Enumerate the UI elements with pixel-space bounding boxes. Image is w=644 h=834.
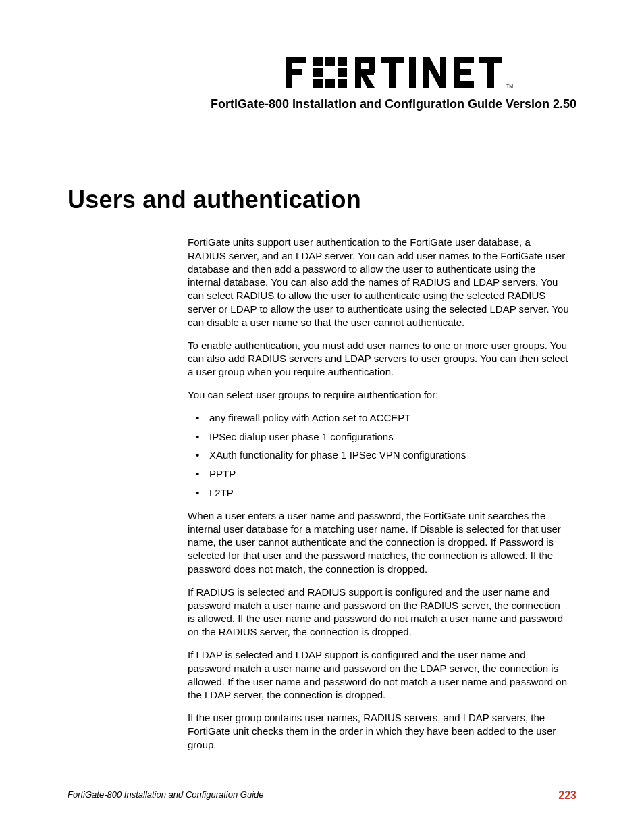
- page-title: Users and authentication: [68, 186, 576, 214]
- svg-rect-7: [338, 68, 347, 77]
- svg-rect-27: [487, 57, 494, 88]
- svg-rect-8: [313, 79, 323, 88]
- paragraph: When a user enters a user name and passw…: [188, 509, 570, 576]
- svg-text:TM: TM: [506, 84, 513, 88]
- page-footer: FortiGate-800 Installation and Configura…: [68, 785, 576, 802]
- body-column: FortiGate units support user authenticat…: [188, 236, 570, 752]
- list-item: any firewall policy with Action set to A…: [188, 411, 570, 425]
- svg-rect-5: [338, 57, 347, 66]
- footer-page-number: 223: [558, 789, 576, 802]
- svg-rect-10: [338, 79, 347, 88]
- fortinet-logo-icon: TM: [286, 55, 576, 89]
- footer-title: FortiGate-800 Installation and Configura…: [68, 789, 264, 800]
- svg-rect-25: [454, 81, 474, 88]
- svg-rect-2: [286, 69, 302, 75]
- paragraph: FortiGate units support user authenticat…: [188, 236, 570, 330]
- paragraph: If LDAP is selected and LDAP support is …: [188, 648, 570, 702]
- bullet-list: any firewall policy with Action set to A…: [188, 411, 570, 500]
- svg-rect-18: [409, 57, 416, 88]
- list-item: L2TP: [188, 486, 570, 500]
- svg-rect-6: [313, 68, 323, 77]
- svg-rect-3: [313, 57, 323, 66]
- document-subtitle: FortiGate-800 Installation and Configura…: [68, 97, 576, 111]
- svg-marker-15: [360, 74, 375, 88]
- list-item: XAuth functionality for phase 1 IPSec VP…: [188, 448, 570, 462]
- paragraph: To enable authentication, you must add u…: [188, 339, 570, 379]
- svg-rect-9: [325, 79, 335, 88]
- svg-rect-4: [325, 57, 335, 66]
- svg-rect-24: [454, 69, 471, 75]
- list-item: IPSec dialup user phase 1 configurations: [188, 430, 570, 444]
- paragraph: You can select user groups to require au…: [188, 388, 570, 402]
- logo-row: TM: [68, 55, 576, 92]
- svg-rect-23: [454, 57, 474, 63]
- paragraph: If RADIUS is selected and RADIUS support…: [188, 585, 570, 639]
- list-item: PPTP: [188, 467, 570, 481]
- paragraph: If the user group contains user names, R…: [188, 711, 570, 751]
- svg-rect-17: [389, 57, 396, 88]
